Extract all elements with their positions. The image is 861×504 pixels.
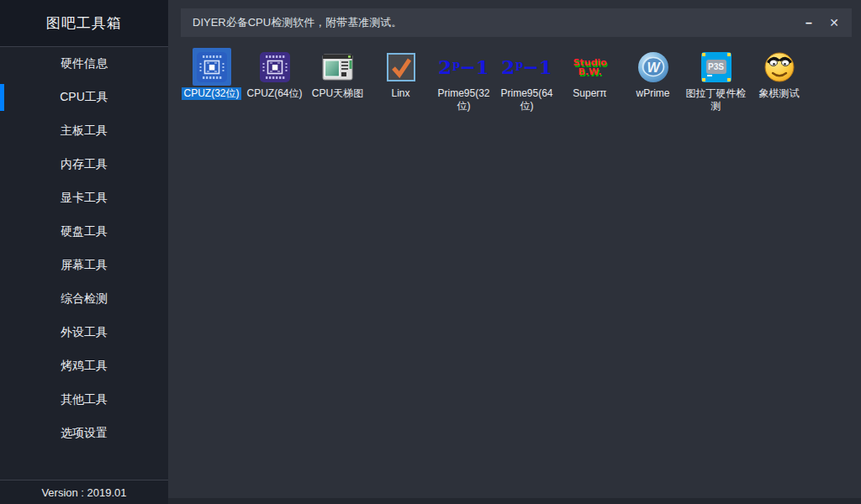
tool-label: CPUZ(64位) <box>246 87 302 100</box>
tool-label: wPrime <box>636 87 669 100</box>
tool-label: 象棋测试 <box>759 87 800 100</box>
minimize-icon: – <box>806 16 812 29</box>
studio-bw-text-icon: Studio B.W. <box>573 58 606 76</box>
sidebar-item-settings[interactable]: 选项设置 <box>0 417 168 450</box>
sidebar-item-label: 其他工具 <box>61 392 108 407</box>
tool-superpi[interactable]: Studio B.W. Superπ <box>558 48 621 113</box>
sidebar-item-label: 主板工具 <box>61 123 108 139</box>
cpu-chip-blue-icon <box>197 52 227 82</box>
sidebar-item-label: 硬件信息 <box>61 56 108 71</box>
sidebar-item-label: 显卡工具 <box>61 191 108 206</box>
tool-cpuz-32[interactable]: CPUZ(32位) <box>180 48 243 113</box>
tool-prime95-32[interactable]: 2p−1 Prime95(32位) <box>432 48 495 113</box>
sidebar: 图吧工具箱 硬件信息 CPU工具 主板工具 内存工具 显卡工具 <box>0 0 168 504</box>
sidebar-item-motherboard-tools[interactable]: 主板工具 <box>0 114 168 148</box>
window-chart-icon <box>322 53 354 81</box>
sidebar-item-label: 硬盘工具 <box>61 224 108 239</box>
sidebar-item-label: 屏幕工具 <box>61 258 108 273</box>
tool-wprime[interactable]: W wPrime <box>621 48 684 113</box>
tool-chess-test[interactable]: 象棋测试 <box>747 48 811 113</box>
cpu-chip-purple-icon <box>260 52 290 82</box>
sidebar-item-label: 选项设置 <box>61 426 108 441</box>
p3s-square-icon: P3S <box>701 52 732 82</box>
sidebar-item-peripheral-tools[interactable]: 外设工具 <box>0 316 168 349</box>
message-bar: DIYER必备CPU检测软件，附带基准测试。 – ✕ <box>181 8 852 37</box>
smiley-face-icon <box>763 51 795 83</box>
sidebar-item-memory-tools[interactable]: 内存工具 <box>0 148 168 181</box>
sidebar-item-disk-tools[interactable]: 硬盘工具 <box>0 215 168 249</box>
tool-label: 图拉丁硬件检测 <box>686 87 747 113</box>
sidebar-item-cpu-tools[interactable]: CPU工具 <box>0 81 168 114</box>
tool-label: Prime95(32位) <box>434 87 494 113</box>
sidebar-item-other-tools[interactable]: 其他工具 <box>0 383 168 417</box>
sidebar-item-label: 外设工具 <box>61 325 108 340</box>
tool-cpu-ladder-chart[interactable]: CPU天梯图 <box>306 48 369 113</box>
sidebar-item-label: 烤鸡工具 <box>61 359 108 374</box>
tool-cpuz-64[interactable]: CPUZ(64位) <box>243 48 306 113</box>
main-panel: DIYER必备CPU检测软件，附带基准测试。 – ✕ <box>168 0 861 504</box>
bottom-strip <box>168 498 861 504</box>
tool-label: CPU天梯图 <box>312 87 363 100</box>
app-window: 图吧工具箱 硬件信息 CPU工具 主板工具 内存工具 显卡工具 <box>0 0 861 504</box>
tool-label: Prime95(64位) <box>497 87 557 113</box>
close-icon: ✕ <box>829 16 839 29</box>
active-indicator <box>0 84 4 111</box>
tool-label: Superπ <box>573 87 606 100</box>
mersenne-formula-icon: 2p−1 <box>501 57 552 76</box>
mersenne-formula-icon: 2p−1 <box>438 57 489 76</box>
minimize-button[interactable]: – <box>796 8 821 37</box>
sidebar-item-gpu-tools[interactable]: 显卡工具 <box>0 181 168 215</box>
sidebar-item-label: 综合检测 <box>61 291 108 307</box>
tool-grid: CPUZ(32位) <box>180 48 811 113</box>
sidebar-item-label: 内存工具 <box>61 157 108 172</box>
w-sphere-icon: W <box>637 50 670 84</box>
message-text: DIYER必备CPU检测软件，附带基准测试。 <box>193 15 402 30</box>
sidebar-item-comprehensive-test[interactable]: 综合检测 <box>0 282 168 316</box>
svg-text:W: W <box>647 60 661 74</box>
tool-linx[interactable]: Linx <box>369 48 432 113</box>
app-title: 图吧工具箱 <box>0 0 168 47</box>
sidebar-item-label: CPU工具 <box>60 90 108 105</box>
tool-label: Linx <box>391 87 409 100</box>
tool-tularin-hardware-check[interactable]: P3S 图拉丁硬件检测 <box>684 48 747 113</box>
sidebar-item-hardware-info[interactable]: 硬件信息 <box>0 47 168 81</box>
close-button[interactable]: ✕ <box>821 8 847 37</box>
sidebar-item-screen-tools[interactable]: 屏幕工具 <box>0 249 168 282</box>
tool-prime95-64[interactable]: 2p−1 Prime95(64位) <box>495 48 558 113</box>
checkbox-check-icon <box>387 53 415 81</box>
version-label: Version : 2019.01 <box>0 480 168 504</box>
sidebar-item-stress-tools[interactable]: 烤鸡工具 <box>0 349 168 383</box>
sidebar-menu: 硬件信息 CPU工具 主板工具 内存工具 显卡工具 硬盘工具 <box>0 47 168 450</box>
tool-label: CPUZ(32位) <box>182 87 240 100</box>
